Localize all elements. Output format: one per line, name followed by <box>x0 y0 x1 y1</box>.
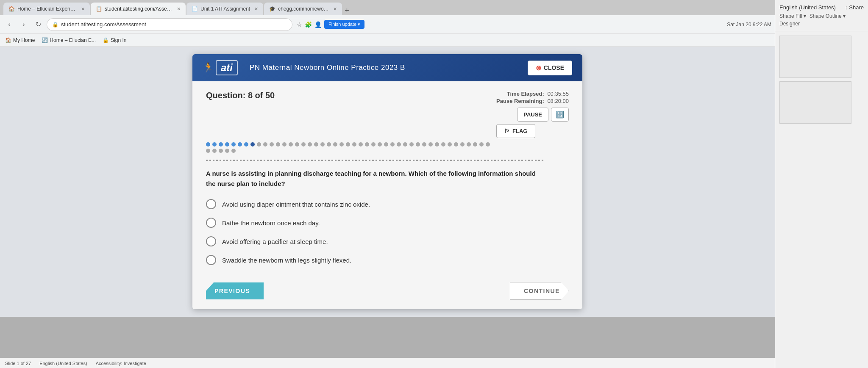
slide-thumbnail-2 <box>779 81 851 124</box>
progress-dot-30 <box>390 142 395 147</box>
progress-dot-28 <box>378 142 382 147</box>
previous-button[interactable]: PREVIOUS <box>206 282 264 299</box>
back-button[interactable]: ‹ <box>3 19 15 30</box>
option-a[interactable]: Avoid using diaper ointment that contain… <box>206 199 520 209</box>
close-circle-icon: ⊗ <box>536 64 541 72</box>
progress-dot-3 <box>219 142 223 147</box>
clock-icon: 🔄 <box>42 37 48 43</box>
progress-dot-45 <box>486 142 490 147</box>
progress-dot-35 <box>422 142 426 147</box>
bookmark-star[interactable]: ☆ <box>297 21 302 28</box>
pause-button[interactable]: PAUSE <box>517 108 548 122</box>
radio-d[interactable] <box>206 255 216 265</box>
continue-button[interactable]: CONTINUE <box>510 282 569 300</box>
progress-dot-11 <box>270 142 274 147</box>
ati-header: 🏃 ati PN Maternal Newborn Online Practic… <box>192 54 582 81</box>
flag-button[interactable]: 🏳 FLAG <box>496 124 535 138</box>
elapsed-value: 00:35:55 <box>547 91 569 97</box>
shape-fill-label[interactable]: Shape Fill ▾ <box>779 13 806 19</box>
finish-update-btn[interactable]: Finish update ▾ <box>324 20 364 29</box>
slide-info: Slide 1 of 27 <box>5 361 31 366</box>
progress-dot-32 <box>403 142 407 147</box>
tabs-bar: 🏠Home – Ellucian Experience✕ 📋student.at… <box>0 0 775 15</box>
new-tab-button[interactable]: + <box>345 6 349 15</box>
tab-unit1[interactable]: 📄Unit 1 ATI Assignment✕ <box>186 3 263 15</box>
shape-outline-label[interactable]: Shape Outline ▾ <box>810 13 846 19</box>
progress-dot-4 <box>225 142 229 147</box>
progress-dot-33 <box>409 142 414 147</box>
option-b[interactable]: Bathe the newborn once each day. <box>206 218 520 228</box>
radio-c[interactable] <box>206 236 216 246</box>
flag-label: FLAG <box>512 128 527 134</box>
progress-dot-9 <box>257 142 261 147</box>
progress-dot-5 <box>231 142 236 147</box>
ati-container: 🏃 ati PN Maternal Newborn Online Practic… <box>192 54 582 309</box>
progress-dot-17 <box>308 142 312 147</box>
close-button[interactable]: ⊗ CLOSE <box>528 61 572 75</box>
progress-dot-15 <box>295 142 299 147</box>
progress-dot-8 <box>250 142 255 147</box>
remaining-label: Pause Remaining: <box>496 98 544 104</box>
elapsed-label: Time Elapsed: <box>507 91 544 97</box>
progress-dot-12 <box>276 142 280 147</box>
exam-title: PN Maternal Newborn Online Practice 2023… <box>250 64 405 72</box>
option-c[interactable]: Avoid offering a pacifier at sleep time. <box>206 236 520 246</box>
progress-dot-1 <box>206 142 210 147</box>
progress-dot-42 <box>467 142 471 147</box>
progress-dot-23 <box>346 142 350 147</box>
progress-dot-34 <box>416 142 420 147</box>
progress-dot-14 <box>289 142 293 147</box>
radio-a[interactable] <box>206 199 216 209</box>
progress-dot-41 <box>460 142 465 147</box>
progress-dot-24 <box>352 142 356 147</box>
progress-dot-46 <box>206 149 210 153</box>
language-info: English (United States) <box>39 361 87 366</box>
progress-dot-44 <box>479 142 484 147</box>
progress-dot-20 <box>327 142 331 147</box>
ati-body: Question: 8 of 50 Time Elapsed: 00:35:55… <box>192 81 582 309</box>
close-label: CLOSE <box>544 64 564 71</box>
address-bar[interactable]: 🔒 student.atitesting.com/Assessment <box>47 18 292 31</box>
logo-figure-icon: 🏃 <box>203 62 214 73</box>
refresh-button[interactable]: ↻ <box>32 19 44 30</box>
radio-b[interactable] <box>206 218 216 228</box>
calculator-icon: 🔢 <box>556 111 564 118</box>
tab-chegg[interactable]: 🎓chegg.com/homework-help/c...✕ <box>264 3 342 15</box>
progress-dot-39 <box>448 142 452 147</box>
tab-home[interactable]: 🏠Home – Ellucian Experience✕ <box>3 3 90 15</box>
flag-icon: 🏳 <box>504 128 510 134</box>
logo-box: ati <box>216 60 238 75</box>
bookmarks-bar: 🏠 My Home 🔄 Home – Ellucian E... 🔒 Sign … <box>0 34 775 47</box>
question-header-row: Question: 8 of 50 Time Elapsed: 00:35:55… <box>206 91 569 138</box>
datetime-display: Sat Jan 20 9:22 AM <box>727 22 771 28</box>
ati-logo-text: ati <box>221 62 233 73</box>
option-d[interactable]: Swaddle the newborn with legs slightly f… <box>206 255 520 265</box>
forward-button[interactable]: › <box>18 19 30 30</box>
progress-dot-47 <box>212 149 217 153</box>
home-icon: 🏠 <box>5 37 11 43</box>
tab-ati[interactable]: 📋student.atitesting.com/Assessment✕ <box>91 3 186 15</box>
calculator-button[interactable]: 🔢 <box>551 108 569 122</box>
progress-dot-18 <box>314 142 318 147</box>
option-b-text: Bathe the newborn once each day. <box>222 219 320 227</box>
bookmark-signin[interactable]: 🔒 Sign In <box>103 37 126 43</box>
option-d-text: Swaddle the newborn with legs slightly f… <box>222 257 351 264</box>
progress-dot-38 <box>441 142 445 147</box>
nav-footer: PREVIOUS CONTINUE <box>206 282 569 300</box>
progress-dot-49 <box>225 149 229 153</box>
elapsed-row: Time Elapsed: 00:35:55 <box>496 91 569 97</box>
timer-section: Time Elapsed: 00:35:55 Pause Remaining: … <box>496 91 569 138</box>
comments-label: English (United States) <box>779 4 836 11</box>
option-a-text: Avoid using diaper ointment that contain… <box>222 201 370 208</box>
extensions-icon[interactable]: 🧩 <box>305 21 312 28</box>
profile-icon[interactable]: 👤 <box>314 21 322 28</box>
designer-label[interactable]: Designer <box>779 21 800 27</box>
separator-line <box>206 160 545 161</box>
bookmark-ellucian[interactable]: 🔄 Home – Ellucian E... <box>42 37 96 43</box>
progress-dot-50 <box>231 149 236 153</box>
progress-dot-48 <box>219 149 223 153</box>
progress-dot-36 <box>428 142 433 147</box>
progress-dot-29 <box>384 142 388 147</box>
bookmark-myhome[interactable]: 🏠 My Home <box>5 37 35 43</box>
accessibility-info: Accessibility: Investigate <box>96 361 146 366</box>
